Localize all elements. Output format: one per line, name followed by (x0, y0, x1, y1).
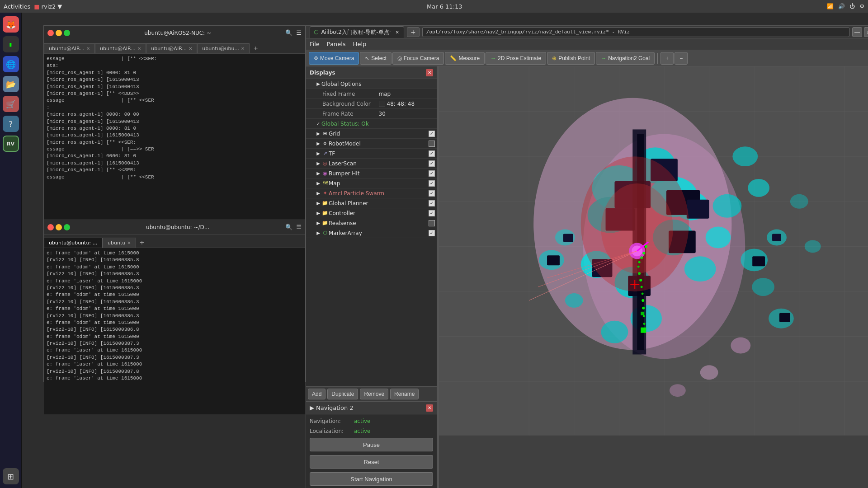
display-realsense[interactable]: ▶ 📁 Realsense (306, 218, 437, 228)
display-markerarray[interactable]: ▶ ⬡ MarkerArray (306, 228, 437, 238)
terminal-tab-4[interactable]: ubuntu@ubu...✕ (197, 43, 250, 53)
taskbar-browser-icon[interactable]: 🌐 (3, 56, 19, 72)
display-map[interactable]: ▶ 🗺 Map (306, 178, 437, 188)
rviz-minimize-btn[interactable]: — (852, 27, 862, 37)
tf-checkbox[interactable] (429, 150, 435, 157)
ctrl-checkbox[interactable] (429, 210, 435, 216)
rs-checkbox[interactable] (429, 220, 435, 226)
rs-arrow: ▶ (315, 221, 321, 225)
terminal-add-tab-btn[interactable]: + (250, 43, 262, 53)
grid-checkbox[interactable] (429, 131, 435, 137)
terminal-tab-1[interactable]: ubuntu@AIR...✕ (44, 43, 95, 53)
displays-tree[interactable]: ▶ Global Options Fixed Frame map Bac (306, 79, 437, 386)
nav2-start-navigation-btn[interactable]: Start Navigation (310, 472, 433, 486)
terminal-tab-3[interactable]: ubuntu@AIR...✕ (146, 43, 197, 53)
toolbar-measure-btn[interactable]: 📏 Measure (445, 52, 485, 65)
remove-display-btn[interactable]: Remove (360, 389, 388, 399)
display-global-options[interactable]: ▶ Global Options (306, 79, 437, 89)
rviz-maximize-btn[interactable]: □ (864, 27, 868, 37)
svg-rect-63 (641, 312, 644, 315)
display-robotmodel[interactable]: ▶ ⚙ RobotModel (306, 139, 437, 149)
amcl-name: Amcl Particle Swarm (329, 190, 429, 197)
display-laserscan[interactable]: ▶ ◎ LaserScan (306, 159, 437, 169)
duplicate-display-btn[interactable]: Duplicate (327, 389, 358, 399)
taskbar-help-icon[interactable]: ? (3, 116, 19, 132)
toolbar-select-btn[interactable]: ↖ Select (360, 52, 391, 65)
terminal-bottom-menu-icon[interactable]: ☰ (296, 224, 302, 230)
taskbar-terminal-icon[interactable]: ▮ (3, 36, 19, 52)
toolbar-extra-btn-1[interactable]: + (660, 52, 674, 65)
term-line-10: [micro_ros_agent-1] [1615000413 (47, 118, 302, 125)
display-tf[interactable]: ▶ ↗ TF (306, 149, 437, 159)
terminal-bottom-tab-2[interactable]: ubuntu✕ (103, 238, 136, 248)
toolbar-extra-btn-2[interactable]: − (675, 52, 688, 65)
toolbar-focus-camera-btn[interactable]: ◎ Focus Camera (392, 52, 444, 65)
app-indicator[interactable]: ■ rviz2 ▼ (34, 3, 62, 10)
rviz-new-tab-btn[interactable]: + (407, 27, 420, 37)
rename-display-btn[interactable]: Rename (390, 389, 419, 399)
rviz-tab[interactable]: ⬡ Aiilbot2入门教程-导航-单点· ✕ (310, 26, 404, 38)
nav2-panel-close-btn[interactable]: ✕ (426, 404, 433, 412)
rviz-map-viewport[interactable] (439, 66, 868, 488)
rviz-menu-panels[interactable]: Panels (327, 41, 346, 47)
display-global-status[interactable]: ✓ Global Status: Ok (306, 119, 437, 129)
display-global-planner[interactable]: ▶ 📁 Global Planner (306, 198, 437, 208)
bterm-line-4: [rviz2-10] [INFO] [1615000386.3 (47, 271, 302, 277)
terminal-bottom-min-btn[interactable] (56, 224, 62, 230)
taskbar-apps-icon[interactable]: ⊞ (3, 468, 19, 484)
display-controller[interactable]: ▶ 📁 Controller (306, 208, 437, 218)
svg-point-52 (638, 261, 641, 263)
terminal-bottom-tab-1[interactable]: ubuntu@ubuntu: ~/D...✕ (44, 238, 103, 248)
gp-icon: 📁 (321, 200, 329, 206)
taskbar-firefox-icon[interactable]: 🦊 (3, 16, 19, 33)
app-dropdown-icon: ▼ (57, 3, 62, 10)
taskbar: 🦊 ▮ 🌐 📂 🛒 ? RV ⊞ (0, 13, 22, 488)
taskbar-rviz-icon[interactable]: RV (3, 136, 19, 152)
display-grid[interactable]: ▶ ⊞ Grid (306, 129, 437, 139)
terminal-bottom-close-btn[interactable] (47, 224, 54, 230)
bumper-checkbox[interactable] (429, 170, 435, 177)
terminal-bottom-max-btn[interactable] (64, 224, 70, 230)
frame-rate-value[interactable]: 30 (379, 111, 435, 117)
taskbar-store-icon[interactable]: 🛒 (3, 96, 19, 112)
ma-checkbox[interactable] (429, 230, 435, 236)
robot-checkbox[interactable] (429, 141, 435, 147)
rviz-tab-close-icon[interactable]: ✕ (395, 30, 399, 35)
toolbar-publish-point-btn[interactable]: ⊕ Publish Point (547, 52, 595, 65)
displays-panel-title: Displays (310, 70, 335, 76)
laser-checkbox[interactable] (429, 160, 435, 167)
terminal-top-close-btn[interactable] (47, 30, 54, 36)
terminal-bottom-search-icon[interactable]: 🔍 (285, 224, 292, 230)
rviz-urlbar[interactable]: /opt/ros/foxy/share/nav2_bringup/rviz/na… (422, 27, 849, 37)
fixed-frame-value[interactable]: map (379, 91, 435, 97)
svg-point-50 (642, 252, 645, 254)
nav2-reset-btn[interactable]: Reset (310, 455, 433, 469)
terminal-top-menu-icon[interactable]: ☰ (296, 29, 302, 36)
activities-button[interactable]: Activities (4, 3, 30, 10)
bg-color-value[interactable]: 48; 48; 48 (379, 101, 435, 107)
display-bumper[interactable]: ▶ ◉ Bumper Hlt (306, 169, 437, 178)
rviz-menu-file[interactable]: File (310, 41, 320, 47)
terminal-tab-2[interactable]: ubuntu@AIR...✕ (95, 43, 146, 53)
term-line-18: essage | [** <<SER (47, 174, 302, 181)
amcl-checkbox[interactable] (429, 190, 435, 197)
taskbar-files-icon[interactable]: 📂 (3, 76, 19, 92)
toolbar-pose-estimate-btn[interactable]: → 2D Pose Estimate (486, 52, 546, 65)
rviz-menu-help[interactable]: Help (353, 41, 367, 47)
terminal-top-max-btn[interactable] (64, 30, 70, 36)
nav2-pause-btn[interactable]: Pause (310, 438, 433, 451)
term-line-16: [micro_ros_agent-1] [1615000413 (47, 160, 302, 167)
map-checkbox[interactable] (429, 180, 435, 187)
display-amcl[interactable]: ▶ ✦ Amcl Particle Swarm (306, 188, 437, 198)
term-line-7: essage | [** <<SER (47, 97, 302, 104)
svg-rect-83 (752, 256, 765, 266)
toolbar-move-camera-btn[interactable]: ✥ Move Camera (309, 52, 359, 65)
map-name: Map (329, 180, 429, 187)
terminal-top-search-icon[interactable]: 🔍 (285, 29, 292, 36)
displays-panel-close-btn[interactable]: ✕ (426, 69, 433, 76)
gp-checkbox[interactable] (429, 200, 435, 206)
terminal-top-min-btn[interactable] (56, 30, 62, 36)
add-display-btn[interactable]: Add (308, 389, 326, 399)
toolbar-nav2-goal-btn[interactable]: → Navigation2 Goal (596, 52, 655, 65)
terminal-bottom-add-tab-btn[interactable]: + (136, 237, 148, 248)
